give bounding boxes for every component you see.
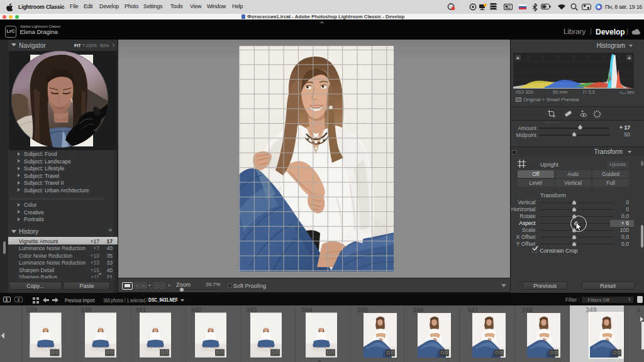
svg-text:340: 340 (80, 306, 92, 314)
svg-text:348: 348 (521, 306, 533, 314)
svg-text:346: 346 (413, 306, 424, 314)
svg-text:345: 345 (357, 306, 369, 314)
svg-text:343: 343 (246, 306, 257, 314)
svg-text:339: 339 (26, 306, 37, 314)
svg-text:341: 341 (135, 306, 147, 314)
svg-text:3: 3 (636, 306, 640, 314)
svg-text:342: 342 (191, 306, 202, 314)
svg-text:347: 347 (467, 306, 479, 314)
svg-text:344: 344 (301, 306, 313, 314)
